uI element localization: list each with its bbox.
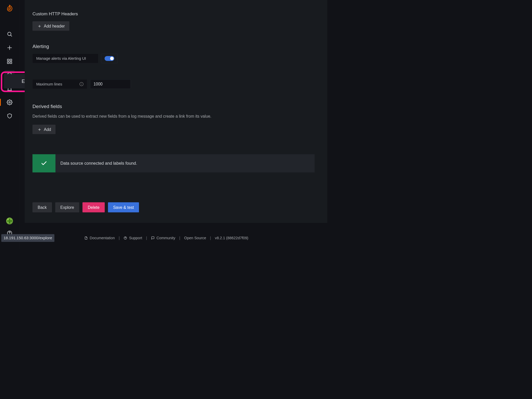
alerting-title: Alerting <box>32 44 315 49</box>
toggle-on-icon <box>105 56 115 61</box>
nav-create[interactable] <box>5 43 15 53</box>
search-icon <box>6 31 12 37</box>
plus-icon <box>6 45 12 51</box>
nav-search[interactable] <box>5 29 15 39</box>
community-icon <box>151 236 155 240</box>
footer-documentation[interactable]: Documentation <box>84 236 115 240</box>
grafana-logo-icon <box>6 5 13 12</box>
explore-button[interactable]: Explore <box>55 202 79 212</box>
nav-server-admin[interactable] <box>5 111 15 121</box>
custom-http-headers-title: Custom HTTP Headers <box>32 11 315 16</box>
sidebar <box>0 0 19 249</box>
add-header-button[interactable]: ＋ Add header <box>32 21 69 31</box>
back-button[interactable]: Back <box>32 202 52 212</box>
success-icon-box <box>32 154 56 172</box>
footer-separator: | <box>119 236 120 240</box>
gear-icon <box>6 99 12 105</box>
svg-rect-2 <box>10 59 12 61</box>
derived-fields-description: Derived fields can be used to extract ne… <box>32 114 315 118</box>
maximum-lines-label-box: Maximum lines i <box>32 79 87 89</box>
manage-alerts-label: Manage alerts via Alerting UI <box>32 54 98 63</box>
custom-http-headers-section: Custom HTTP Headers ＋ Add header <box>32 11 315 31</box>
svg-point-6 <box>9 102 10 103</box>
svg-rect-4 <box>10 62 12 64</box>
footer-separator: | <box>179 236 180 240</box>
document-icon <box>84 236 88 240</box>
derived-fields-section: Derived fields Derived fields can be use… <box>32 104 315 134</box>
info-icon[interactable]: i <box>79 82 83 86</box>
dashboards-icon <box>6 58 12 64</box>
derived-fields-title: Derived fields <box>32 104 315 109</box>
save-test-button[interactable]: Save & test <box>108 202 139 212</box>
alerting-section: Alerting Manage alerts via Alerting UI M… <box>32 44 315 89</box>
shield-icon <box>6 113 12 119</box>
add-derived-label: Add <box>44 127 51 132</box>
svg-point-0 <box>8 32 11 36</box>
footer-open-source[interactable]: Open Source <box>184 236 206 240</box>
check-icon <box>41 160 47 167</box>
user-avatar[interactable] <box>6 218 13 224</box>
action-row: Back Explore Delete Save & test <box>32 202 315 212</box>
plus-icon: ＋ <box>37 23 42 29</box>
help-icon <box>124 236 127 240</box>
manage-alerts-toggle[interactable] <box>101 54 118 63</box>
nav-configuration[interactable] <box>5 97 15 107</box>
plus-icon: ＋ <box>37 126 42 132</box>
grafana-logo[interactable] <box>5 4 14 13</box>
footer-separator: | <box>210 236 211 240</box>
success-banner: Data source connected and labels found. <box>32 154 315 172</box>
delete-button[interactable]: Delete <box>83 202 105 212</box>
footer-version: v8.2.1 (88622d7f09) <box>215 236 248 240</box>
url-preview: 18.191.150.63:3000/explore <box>1 234 54 242</box>
success-message: Data source connected and labels found. <box>56 154 315 172</box>
footer-support[interactable]: Support <box>124 236 142 240</box>
svg-rect-1 <box>7 59 9 61</box>
nav-dashboards[interactable] <box>5 57 15 66</box>
main-content: Custom HTTP Headers ＋ Add header Alertin… <box>25 0 327 223</box>
add-header-label: Add header <box>44 24 65 28</box>
footer-community[interactable]: Community <box>151 236 175 240</box>
maximum-lines-label: Maximum lines <box>36 82 62 87</box>
maximum-lines-input[interactable] <box>90 79 131 89</box>
add-derived-field-button[interactable]: ＋ Add <box>32 125 56 134</box>
footer-separator: | <box>146 236 147 240</box>
svg-rect-3 <box>7 62 9 64</box>
